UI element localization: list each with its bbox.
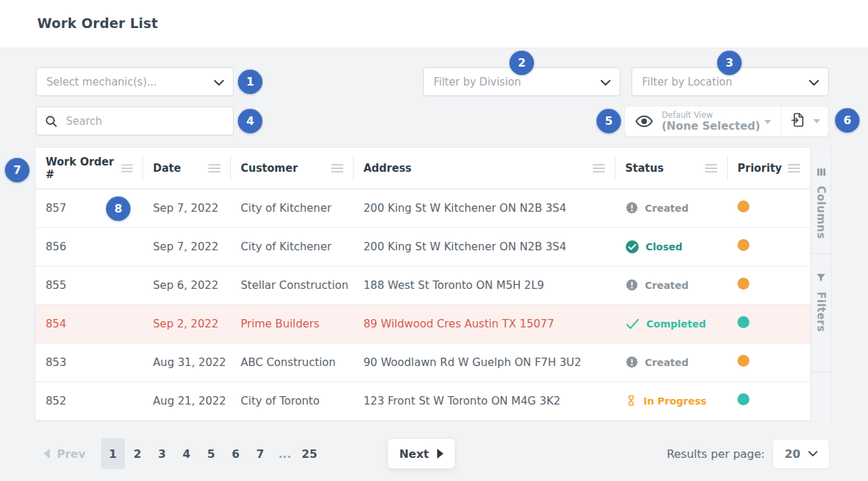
annotation-badge-6: 6 (835, 108, 860, 133)
annotation-badge-1: 1 (238, 69, 262, 94)
table-row[interactable]: 853Aug 31, 2022ABC Construction90 Woodla… (36, 343, 810, 381)
next-label: Next (399, 447, 429, 461)
cell-customer: Stellar Construction (231, 266, 354, 304)
tab-filters-label: Filters (815, 292, 827, 332)
column-header-date[interactable]: Date (143, 148, 231, 189)
column-menu-icon[interactable] (121, 164, 133, 172)
cell-address: 200 King St W Kitchener ON N2B 3S4 (354, 227, 615, 266)
column-header-label: Address (363, 162, 412, 175)
cell-customer: City of Toronto (231, 381, 354, 420)
status-created-icon (625, 355, 639, 369)
column-menu-icon[interactable] (705, 164, 717, 172)
cell-work-order: 853 (36, 343, 143, 381)
cell-status: Closed (615, 227, 728, 266)
cell-status: Completed (615, 304, 728, 343)
eye-icon (635, 115, 653, 128)
annotation-badge-2: 2 (509, 50, 534, 75)
cell-work-order: 855 (36, 266, 143, 304)
status-in-progress-icon (625, 394, 637, 407)
top-bar: Work Order List (0, 0, 868, 48)
column-header-label: Status (625, 162, 664, 175)
table-row[interactable]: 857Sep 7, 2022City of Kitchener200 King … (36, 189, 810, 227)
export-file-icon (790, 111, 807, 131)
page-button-7[interactable]: 7 (248, 438, 272, 469)
chevron-down-icon (809, 75, 819, 88)
mechanic-select[interactable]: Select mechanic(s)... (36, 67, 234, 96)
cell-customer: City of Kitchener (231, 189, 354, 227)
filter-funnel-icon (816, 272, 826, 285)
column-header-work-order[interactable]: Work Order # (36, 148, 143, 189)
chevron-down-icon (214, 75, 224, 88)
page-title: Work Order List (37, 15, 158, 31)
location-filter-placeholder: Filter by Location (642, 76, 809, 88)
cell-date: Aug 21, 2022 (143, 381, 231, 420)
column-header-label: Customer (241, 162, 298, 175)
cell-priority (728, 381, 810, 420)
search-input[interactable] (65, 114, 233, 128)
division-filter-placeholder: Filter by Division (434, 76, 601, 88)
column-header-address[interactable]: Address (354, 148, 615, 189)
column-header-status[interactable]: Status (615, 148, 728, 189)
side-panel-tabs: Columns Filters (810, 148, 832, 420)
page-button-4[interactable]: 4 (175, 438, 199, 469)
dropdown-arrow-icon (813, 119, 820, 123)
column-header-customer[interactable]: Customer (231, 148, 354, 189)
page-button-5[interactable]: 5 (199, 438, 223, 469)
page-button-1[interactable]: 1 (101, 438, 125, 469)
column-header-label: Priority (737, 162, 782, 175)
page-button-3[interactable]: 3 (150, 438, 174, 469)
pagination: Prev 1234567...25 (44, 438, 322, 469)
column-menu-icon[interactable] (208, 164, 220, 172)
cell-work-order: 854 (36, 304, 143, 343)
prev-arrow-icon (44, 449, 50, 459)
tab-columns[interactable]: Columns (811, 148, 831, 254)
cell-date: Sep 7, 2022 (143, 189, 231, 227)
default-view-value: (None Selected) (662, 120, 760, 133)
pagination-ellipsis: ... (273, 438, 297, 469)
work-order-table: Work Order #DateCustomerAddressStatusPri… (36, 148, 810, 420)
column-header-label: Date (153, 162, 181, 175)
results-per-page-value: 20 (784, 447, 800, 461)
mechanic-select-placeholder: Select mechanic(s)... (46, 76, 214, 88)
cell-priority (728, 266, 810, 304)
tab-columns-label: Columns (815, 186, 827, 239)
tab-filters[interactable]: Filters (811, 254, 831, 372)
cell-work-order: 856 (36, 227, 143, 266)
cell-status: Created (615, 266, 728, 304)
page-button-6[interactable]: 6 (224, 438, 248, 469)
export-button[interactable] (781, 107, 828, 136)
table-row[interactable]: 855Sep 6, 2022Stellar Construction188 We… (36, 266, 810, 304)
column-menu-icon[interactable] (331, 164, 343, 172)
results-per-page-select[interactable]: 20 (773, 440, 829, 468)
annotation-badge-8: 8 (106, 196, 131, 221)
prev-page-button[interactable]: Prev (44, 447, 86, 461)
status-created-icon (625, 278, 639, 292)
cell-date: Aug 31, 2022 (143, 343, 231, 381)
table-row[interactable]: 852Aug 21, 2022City of Toronto123 Front … (36, 381, 810, 420)
default-view-selector[interactable]: Default View (None Selected) (625, 107, 781, 136)
cell-customer: ABC Construction (231, 343, 354, 381)
priority-dot (737, 316, 749, 328)
table-row[interactable]: 854Sep 2, 2022Prime Builders89 Wildwood … (36, 304, 810, 343)
table-header-row: Work Order #DateCustomerAddressStatusPri… (36, 148, 810, 189)
priority-dot (737, 278, 749, 290)
page-button-25[interactable]: 25 (298, 438, 321, 469)
prev-label: Prev (57, 447, 86, 461)
annotation-badge-4: 4 (238, 109, 262, 133)
column-header-priority[interactable]: Priority (728, 148, 810, 189)
cell-address: 123 Front St W Toronto ON M4G 3K2 (354, 381, 615, 420)
cell-date: Sep 2, 2022 (143, 304, 231, 343)
column-menu-icon[interactable] (593, 164, 605, 172)
cell-date: Sep 6, 2022 (143, 266, 231, 304)
priority-dot (737, 201, 749, 212)
status-created-icon (625, 201, 639, 215)
column-header-label: Work Order # (46, 156, 121, 181)
next-page-button[interactable]: Next (388, 439, 455, 468)
priority-dot (737, 239, 749, 251)
search-icon (45, 115, 58, 128)
table-row[interactable]: 856Sep 7, 2022City of Kitchener200 King … (36, 227, 810, 266)
annotation-badge-5: 5 (596, 109, 621, 133)
column-menu-icon[interactable] (788, 164, 800, 172)
page-button-2[interactable]: 2 (126, 438, 149, 469)
cell-priority (728, 343, 810, 381)
